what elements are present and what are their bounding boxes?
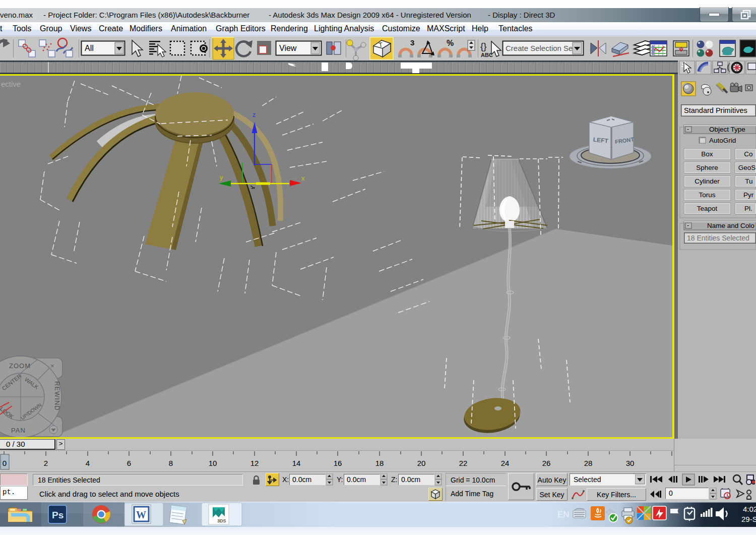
svg-text:z: z <box>253 111 256 118</box>
svg-text:Torus: Torus <box>699 191 715 199</box>
svg-text:3DS: 3DS <box>217 518 226 523</box>
svg-text:16: 16 <box>334 459 342 467</box>
svg-text:Box: Box <box>701 150 713 158</box>
svg-text:4: 4 <box>86 459 90 467</box>
svg-text:3: 3 <box>410 38 414 47</box>
svg-text:Tu: Tu <box>745 177 752 185</box>
svg-text:Pl.: Pl. <box>744 205 752 212</box>
svg-text:10: 10 <box>209 459 217 467</box>
svg-text:20: 20 <box>417 459 426 467</box>
svg-text:-: - <box>687 222 689 229</box>
svg-text:Cylinder: Cylinder <box>695 177 720 185</box>
svg-text:Name and Colo: Name and Colo <box>707 222 754 229</box>
svg-text:8: 8 <box>169 459 173 467</box>
svg-text:{}: {} <box>480 41 487 51</box>
svg-text:30: 30 <box>626 459 635 467</box>
svg-text:4:02: 4:02 <box>743 505 756 513</box>
svg-text:Standard Primitives: Standard Primitives <box>684 106 747 114</box>
svg-text:22: 22 <box>459 459 468 467</box>
svg-text:All: All <box>85 44 94 52</box>
svg-text:REWIND: REWIND <box>53 381 61 411</box>
svg-text:14: 14 <box>292 459 301 467</box>
svg-text:GeoS: GeoS <box>738 164 756 171</box>
svg-text:0: 0 <box>3 459 7 467</box>
svg-text:x: x <box>301 175 305 182</box>
svg-text:%: % <box>447 39 454 47</box>
svg-text:y: y <box>220 174 223 181</box>
svg-text:2: 2 <box>44 459 48 467</box>
svg-text:Sphere: Sphere <box>696 164 718 171</box>
svg-text:18 Entities Selected: 18 Entities Selected <box>687 234 749 242</box>
svg-text:28: 28 <box>584 459 593 467</box>
svg-text:View: View <box>279 44 297 52</box>
svg-text:ZOOM: ZOOM <box>9 362 31 370</box>
svg-text:×: × <box>50 362 54 370</box>
svg-text:PAN: PAN <box>11 427 26 434</box>
svg-text:Create Selection Set: Create Selection Set <box>506 44 575 52</box>
svg-text:Teapot: Teapot <box>697 205 718 212</box>
svg-text:12: 12 <box>250 459 259 467</box>
svg-text:Object Type: Object Type <box>709 126 745 133</box>
svg-text:29-Se: 29-Se <box>741 515 756 523</box>
svg-text:Co: Co <box>744 150 752 158</box>
svg-text:26: 26 <box>542 459 551 467</box>
svg-text:18: 18 <box>375 459 384 467</box>
svg-text:Ps: Ps <box>52 510 64 520</box>
svg-text:EN: EN <box>557 510 570 519</box>
svg-text:24: 24 <box>501 459 510 467</box>
svg-text:AutoGrid: AutoGrid <box>709 137 736 144</box>
svg-text:Pyr: Pyr <box>743 191 754 199</box>
svg-text:W: W <box>136 509 146 520</box>
svg-text:6: 6 <box>127 459 131 467</box>
svg-text:-: - <box>687 126 689 133</box>
